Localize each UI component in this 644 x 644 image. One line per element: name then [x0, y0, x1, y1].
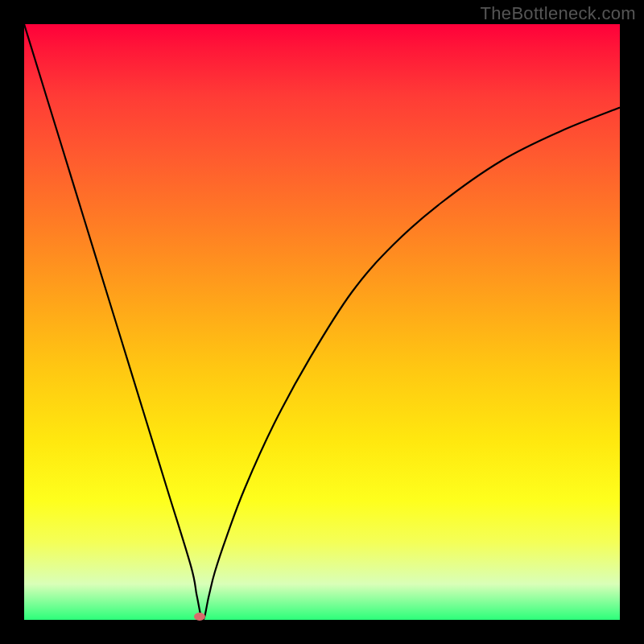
chart-frame: TheBottleneck.com [0, 0, 644, 644]
minimum-marker [194, 613, 205, 621]
watermark-text: TheBottleneck.com [481, 3, 636, 24]
bottleneck-curve [24, 24, 620, 620]
curve-svg [24, 24, 620, 620]
plot-area [24, 24, 620, 620]
